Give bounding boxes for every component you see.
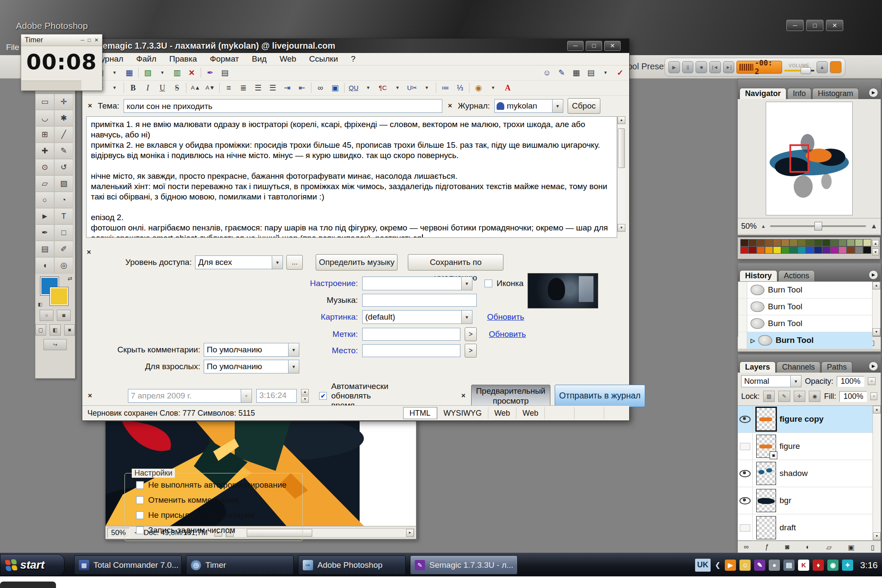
color-swatch[interactable]: [781, 239, 789, 246]
hand-tool[interactable]: ◖: [35, 257, 54, 274]
backdate-checkbox[interactable]: [136, 526, 144, 534]
color-swatch[interactable]: [798, 239, 806, 246]
access-select[interactable]: Для всех ▼: [195, 255, 283, 269]
journal-dropdown-icon[interactable]: ▼: [552, 100, 563, 112]
eyedropper-tool[interactable]: ✐: [54, 241, 73, 257]
semagic-tray-icon[interactable]: ✎: [754, 560, 765, 571]
align-left-icon[interactable]: ☰: [252, 82, 264, 93]
tab-web-2[interactable]: Web: [516, 407, 544, 419]
layer-row-bgr[interactable]: bgr: [738, 487, 873, 514]
layer-name[interactable]: figure: [780, 442, 800, 451]
lj-user-icon[interactable]: QU: [348, 82, 359, 93]
blend-mode-select[interactable]: Normal ▼: [741, 375, 801, 387]
volume-slider-thumb[interactable]: [801, 67, 811, 74]
brush-tool[interactable]: ✎: [54, 143, 73, 159]
save-to-server-icon[interactable]: ▥: [171, 67, 183, 78]
disable-comments-checkbox[interactable]: [136, 496, 144, 504]
layer-thumbnail[interactable]: [756, 489, 776, 512]
semagic-minimize-button[interactable]: ─: [567, 41, 584, 51]
post-options-dropdown-icon[interactable]: ▼: [109, 82, 120, 93]
color-swatch[interactable]: [781, 246, 789, 254]
menu-links[interactable]: Ссылки: [309, 54, 338, 64]
ps-maximize-button[interactable]: □: [806, 20, 823, 31]
layer-row-figure[interactable]: ▣ figure: [738, 433, 873, 460]
italic-icon[interactable]: I: [142, 82, 153, 93]
mood-label[interactable]: Настроение:: [307, 279, 358, 288]
player-play-button[interactable]: ▶: [668, 61, 680, 73]
blend-mode-dropdown-icon[interactable]: ▼: [790, 376, 801, 387]
player-next-button[interactable]: ►|: [723, 61, 735, 73]
color-swatch[interactable]: [830, 246, 839, 254]
time-spin-up[interactable]: ▲: [301, 389, 309, 395]
navigator-zoom-slider[interactable]: [770, 225, 866, 227]
type-tool[interactable]: T: [54, 208, 73, 224]
history-item[interactable]: Burn Tool: [738, 315, 873, 332]
layer-thumbnail[interactable]: [756, 462, 776, 485]
history-menu-icon[interactable]: ▶: [869, 270, 878, 280]
color-swatch[interactable]: [847, 246, 855, 254]
quickmask-mode-button[interactable]: ◙: [57, 310, 71, 321]
gradient-tool[interactable]: ▨: [54, 175, 73, 192]
layers-menu-icon[interactable]: ▶: [869, 361, 878, 371]
zoom-tool[interactable]: ◎: [54, 257, 73, 274]
color-swatch[interactable]: [789, 246, 798, 254]
checkbox-row-backdate[interactable]: Запись задним числом: [136, 526, 302, 535]
opacity-value[interactable]: 100%: [837, 376, 864, 387]
tab-actions[interactable]: Actions: [778, 270, 815, 281]
layer-name[interactable]: shadow: [780, 469, 808, 478]
editor-scrollbar[interactable]: ▲ ▼: [617, 116, 625, 232]
color-swatch[interactable]: [757, 246, 765, 254]
player-prev-button[interactable]: |◄: [709, 61, 721, 73]
color-swatch[interactable]: [847, 239, 855, 246]
taskbar-item-semagic[interactable]: ✎ Semagic 1.7.3.3U - л...: [410, 555, 518, 575]
timer-minimize-icon[interactable]: ─: [81, 37, 84, 43]
volume-slider[interactable]: [784, 70, 814, 72]
fill-value[interactable]: 100%: [839, 391, 867, 402]
zoom-out-icon[interactable]: ▲: [761, 224, 766, 229]
lock-pixels-icon[interactable]: ✎: [778, 391, 790, 402]
menu-format[interactable]: Формат: [210, 54, 239, 64]
layer-name[interactable]: draft: [780, 523, 796, 532]
swap-colors-icon[interactable]: ⇄: [68, 275, 72, 282]
taskbar-item-photoshop[interactable]: ✑ Adobe Photoshop: [298, 555, 406, 575]
punto-tray-icon[interactable]: ✦: [842, 560, 853, 571]
ps-minimize-button[interactable]: ─: [786, 20, 804, 31]
menu-view[interactable]: Вид: [252, 54, 267, 64]
numbered-list-icon[interactable]: ⅓: [454, 82, 466, 93]
slice-tool[interactable]: ╱: [54, 126, 73, 143]
lj-comm-icon[interactable]: ¶C: [377, 82, 388, 93]
color-swatch[interactable]: [822, 246, 830, 254]
spellcheck-icon[interactable]: ✓: [615, 67, 626, 78]
timer-maximize-icon[interactable]: □: [88, 37, 91, 43]
time-spin-down[interactable]: ▼: [301, 396, 309, 403]
bold-icon[interactable]: B: [127, 82, 139, 93]
kaspersky-tray-icon[interactable]: K: [798, 560, 809, 571]
increase-font-icon[interactable]: A▲: [190, 82, 201, 93]
palette-icon[interactable]: ◉: [473, 82, 484, 93]
visibility-eye-icon[interactable]: [739, 416, 751, 423]
user-info-icon[interactable]: ☺: [541, 67, 553, 78]
palette-dropdown-icon[interactable]: ▼: [488, 82, 499, 93]
screen-mode-standard-button[interactable]: ▢: [35, 324, 46, 336]
layer-group-icon[interactable]: ▱: [826, 543, 832, 551]
taskbar-item-timer[interactable]: ◷ Timer: [186, 555, 294, 575]
layer-style-icon[interactable]: ƒ: [765, 543, 769, 551]
tab-info[interactable]: Info: [787, 88, 811, 99]
no-email-comments-checkbox[interactable]: [136, 511, 144, 519]
move-tool[interactable]: ✛: [54, 93, 73, 110]
layers-scroll-down[interactable]: ▼: [873, 532, 881, 540]
checkbox-row-disable-comments[interactable]: Отменить комментарии: [136, 495, 302, 505]
menu-file[interactable]: Файл: [136, 54, 156, 64]
path-select-tool[interactable]: ►: [35, 208, 54, 224]
tab-channels[interactable]: Channels: [776, 361, 820, 373]
adult-select[interactable]: По умолчанию▼: [204, 360, 299, 373]
tab-paths[interactable]: Paths: [821, 361, 852, 373]
hide-comments-select[interactable]: По умолчанию▼: [204, 343, 299, 357]
date-select[interactable]: 7 апреля 2009 г. ▼: [128, 389, 252, 403]
hide-comments-dropdown-icon[interactable]: ▼: [288, 343, 299, 356]
events-icon[interactable]: ▤: [585, 67, 596, 78]
lock-all-icon[interactable]: ◉: [809, 391, 820, 402]
history-item-selected[interactable]: ▷Burn Tool: [738, 332, 873, 349]
insert-link-icon[interactable]: ∞: [315, 82, 326, 93]
events-dropdown-icon[interactable]: ▼: [600, 67, 611, 78]
